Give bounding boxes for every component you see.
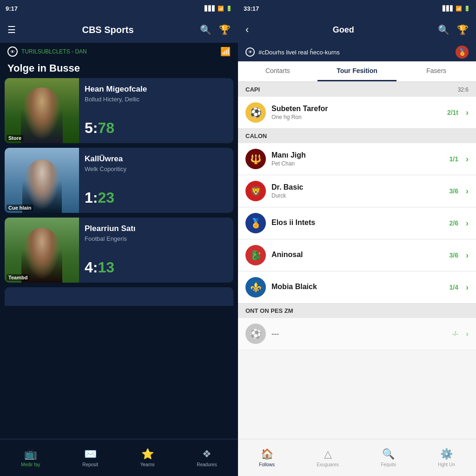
chevron-icon-drbasic: › xyxy=(466,186,469,196)
card-title-1: Hean Migeofcale xyxy=(85,85,228,94)
card-time-3: 4:13 xyxy=(85,259,228,276)
card-subtitle-3: Footbal Engeris xyxy=(85,235,228,242)
team-logo-drbasic: 🦁 xyxy=(245,181,266,201)
item-name-elos: Elos ii Intets xyxy=(271,218,444,227)
list-item-subeten[interactable]: ⚽ Subeten Tarefor One hg Ron 2/1t › xyxy=(238,97,476,129)
right-channel-eye-icon: 👁 xyxy=(245,47,255,57)
list-item-mobia[interactable]: ⚜️ Mobia Blaick 1/4 › xyxy=(238,271,476,304)
right-nav-item-hght[interactable]: ⚙️ Hght Un xyxy=(438,448,455,467)
item-score-drbasic: 3/6 xyxy=(450,187,458,195)
wifi-signal-icon: 📶 xyxy=(220,46,231,57)
left-panel: 9:17 ▋▋▋ 📶 🔋 ☰ CBS Sports 🔍 🏆 👁 xyxy=(0,0,238,476)
media-icon: 📺 xyxy=(24,448,37,460)
page-title-area: Yolge in Busse xyxy=(0,60,238,78)
chevron-icon-subeten: › xyxy=(466,108,469,118)
item-score-elos: 2/6 xyxy=(450,219,458,227)
video-card-1[interactable]: Store Hean Migeofcale Bollud Hictery, De… xyxy=(5,78,233,143)
tab-contarts[interactable]: Contarts xyxy=(238,61,317,81)
video-card-2[interactable]: Cue hlain KallŪwrea Welk Ċoporiticy 1:23 xyxy=(5,148,233,213)
right-nav-item-follows[interactable]: 🏠 Follows xyxy=(259,448,275,467)
channel-eye-icon: 👁 xyxy=(7,46,18,57)
nav-label-readures: Readures xyxy=(197,462,217,467)
item-sub-subeten: One hg Ron xyxy=(271,114,442,120)
list-item-aninosal[interactable]: 🐉 Aninosal 3/6 › xyxy=(238,239,476,271)
right-search-icon[interactable]: 🔍 xyxy=(438,24,450,35)
avatar: 🏅 xyxy=(456,46,469,59)
team-logo-mobia: ⚜️ xyxy=(245,277,266,298)
right-battery-icon: 🔋 xyxy=(464,6,470,12)
section-header-capi: CAPI 32:6 xyxy=(238,82,476,97)
card-subtitle-2: Welk Ċoporiticy xyxy=(85,165,228,172)
right-signal-icon: ▋▋▋ xyxy=(443,6,454,12)
hght-icon: ⚙️ xyxy=(440,448,453,460)
right-nav-label-hght: Hght Un xyxy=(438,462,455,467)
item-name-mani: Manı Jigh xyxy=(271,151,444,159)
card-time-1: 5:78 xyxy=(85,119,228,137)
section-title-ont: ONT ON PES ZM xyxy=(245,307,293,314)
back-icon[interactable]: ‹ xyxy=(245,24,249,36)
video-cards-list: Store Hean Migeofcale Bollud Hictery, De… xyxy=(0,78,238,439)
tab-fasers[interactable]: Fasers xyxy=(397,61,476,81)
video-card-3[interactable]: Teambd Plearriun Satı Footbal Engeris 4:… xyxy=(5,218,233,283)
card-title-2: KallŪwrea xyxy=(85,154,228,164)
exuguares-icon: △ xyxy=(324,448,332,460)
card-title-3: Plearriun Satı xyxy=(85,224,228,233)
chevron-icon-aninosal: › xyxy=(466,251,469,260)
section-title-capi: CAPI xyxy=(245,86,260,93)
reposit-icon: ✉️ xyxy=(84,448,97,460)
section-title-calon: CALON xyxy=(245,132,267,139)
chevron-icon-elos: › xyxy=(466,218,469,228)
item-name-aninosal: Aninosal xyxy=(271,251,444,259)
left-signal-icon: ▋▋▋ xyxy=(205,6,216,12)
item-info-partial: --- xyxy=(271,330,447,338)
right-nav-label-follows: Follows xyxy=(259,462,275,467)
right-header: ‹ Goed 🔍 🏆 xyxy=(238,17,476,43)
team-logo-aninosal: 🐉 xyxy=(245,245,266,265)
card-thumbnail-2: Cue hlain xyxy=(5,148,79,213)
right-subheader: 👁 #cDourhs livel real ĥeco-kurns 🏅 xyxy=(238,43,476,61)
years-icon: ⭐ xyxy=(141,448,154,460)
card-content-2: KallŪwrea Welk Ċoporiticy 1:23 xyxy=(79,148,233,213)
tab-tour-fesition[interactable]: Tour Fesition xyxy=(317,61,397,81)
team-logo-mani: 🔱 xyxy=(245,149,266,169)
tabs: Contarts Tour Fesition Fasers xyxy=(238,61,476,82)
list-area: CAPI 32:6 ⚽ Subeten Tarefor One hg Ron 2… xyxy=(238,82,476,439)
item-info-elos: Elos ii Intets xyxy=(271,218,444,228)
page-title: Yolge in Busse xyxy=(7,62,231,74)
item-info-mobia: Mobia Blaick xyxy=(271,283,444,292)
right-nav-item-exuguares[interactable]: △ Exuguares xyxy=(317,448,339,467)
item-info-mani: Manı Jigh Pet Chan xyxy=(271,151,444,167)
card-thumbnail-1: Store xyxy=(5,78,79,143)
list-item-mani[interactable]: 🔱 Manı Jigh Pet Chan 1/1 › xyxy=(238,143,476,175)
right-wifi-icon: 📶 xyxy=(456,6,462,12)
item-sub-mani: Pet Chan xyxy=(271,160,444,167)
item-score-subeten: 2/1t xyxy=(447,109,458,116)
right-nav-label-exuguares: Exuguares xyxy=(317,462,339,467)
left-search-icon[interactable]: 🔍 xyxy=(200,24,212,35)
section-header-calon: CALON xyxy=(238,129,476,143)
item-score-mani: 1/1 xyxy=(450,155,458,163)
item-score-partial: -/- xyxy=(452,330,458,337)
team-logo-subeten: ⚽ xyxy=(245,102,266,123)
list-item-drbasic[interactable]: 🦁 Dr. Basic Durck 3/6 › xyxy=(238,175,476,207)
card-content-3: Plearriun Satı Footbal Engeris 4:13 xyxy=(79,218,233,283)
left-time: 9:17 xyxy=(6,5,205,12)
card-subtitle-1: Bollud Hictery, Dellic xyxy=(85,96,228,103)
card-thumbnail-3: Teambd xyxy=(5,218,79,283)
list-item-partial[interactable]: ⚽ --- -/- › xyxy=(238,318,476,350)
card-content-1: Hean Migeofcale Bollud Hictery, Dellic 5… xyxy=(79,78,233,143)
right-trophy-icon[interactable]: 🏆 xyxy=(457,24,469,35)
chevron-icon-mobia: › xyxy=(466,283,469,292)
list-item-elos[interactable]: 🏅 Elos ii Intets 2/6 › xyxy=(238,207,476,239)
nav-item-reposit[interactable]: ✉️ Reposit xyxy=(82,448,98,467)
section-header-ont: ONT ON PES ZM xyxy=(238,304,476,318)
nav-item-media[interactable]: 📺 Medir fay xyxy=(21,448,40,467)
partial-card xyxy=(5,287,233,306)
nav-item-years[interactable]: ⭐ Yearns xyxy=(140,448,155,467)
nav-item-readures[interactable]: ❖ Readures xyxy=(197,448,217,467)
left-trophy-icon[interactable]: 🏆 xyxy=(219,24,231,35)
hamburger-icon[interactable]: ☰ xyxy=(7,24,16,35)
card-label-3: Teambd xyxy=(7,274,29,281)
item-info-drbasic: Dr. Basic Durck xyxy=(271,183,444,199)
right-nav-item-fequits[interactable]: 🔍 Fequits xyxy=(381,448,396,467)
